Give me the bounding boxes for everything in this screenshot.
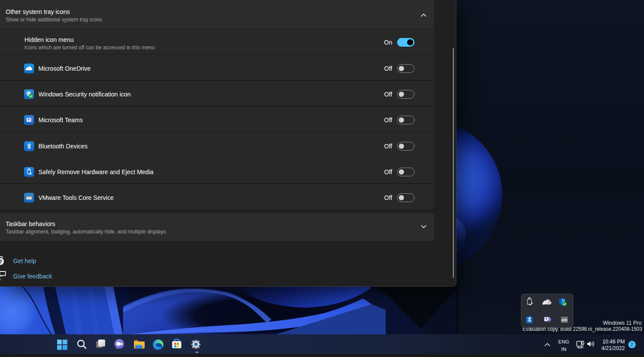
svg-text:vm: vm [27, 196, 31, 199]
svg-text:?: ? [0, 259, 2, 265]
svg-text:vm: vm [562, 318, 567, 322]
